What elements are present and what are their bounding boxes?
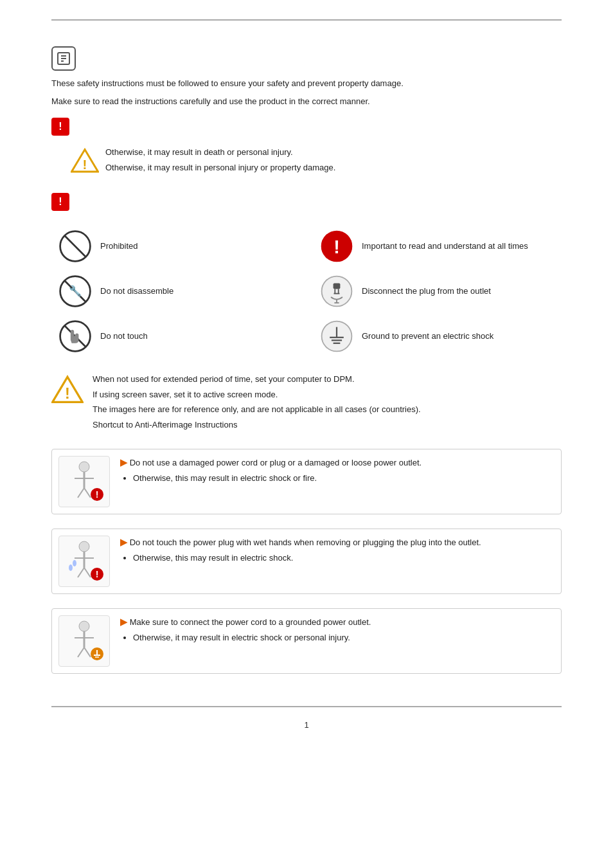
svg-point-41 — [73, 560, 76, 566]
power-section: ! ▶ Do not use a damaged power cord or p… — [51, 449, 562, 674]
caution-section: ! When not used for extended period of t… — [51, 373, 562, 433]
orange-arrow-3: ▶ — [120, 617, 127, 627]
power-item-damaged-cord: ! ▶ Do not use a damaged power cord or p… — [51, 449, 562, 514]
intro-line1: These safety instructions must be follow… — [51, 77, 562, 90]
symbols-section: Prohibited ! Important to read and under… — [51, 229, 562, 354]
svg-rect-14 — [333, 283, 341, 289]
note-icon — [51, 46, 76, 71]
power-heading-3: ▶ Make sure to connect the power cord to… — [120, 615, 555, 629]
symbol-disconnect: Disconnect the plug from the outlet — [319, 274, 562, 309]
caution-block: ! When not used for extended period of t… — [51, 373, 562, 433]
warning-triangle-icon: ! — [71, 146, 99, 174]
page: These safety instructions must be follow… — [0, 0, 613, 755]
power-text-2: ▶ Do not touch the power plug with wet h… — [120, 536, 555, 565]
svg-line-40 — [84, 568, 91, 577]
important-label: Important to read and understand at all … — [362, 240, 528, 252]
orange-arrow-1: ▶ — [120, 457, 127, 467]
power-bullet-3: Otherwise, it may result in electric sho… — [133, 631, 555, 644]
intro-section: These safety instructions must be follow… — [51, 77, 562, 107]
caution-line-3: The images here are for reference only, … — [93, 403, 421, 416]
svg-point-42 — [69, 565, 73, 571]
exclamation-icon-2: ! — [51, 193, 69, 211]
caution-triangle-icon: ! — [51, 373, 84, 405]
important-icon: ! — [319, 229, 354, 264]
warning-section: ! Otherwise, it may result in death or p… — [71, 146, 562, 176]
power-illustration-3 — [58, 615, 110, 667]
svg-text:!: ! — [83, 157, 87, 172]
disconnect-icon — [319, 274, 354, 309]
exclamation-icon-1: ! — [51, 118, 69, 136]
svg-line-39 — [78, 568, 84, 577]
svg-point-36 — [79, 541, 89, 552]
power-illustration-1: ! — [58, 456, 110, 507]
prohibited-label: Prohibited — [100, 240, 138, 252]
symbol-ground: Ground to prevent an electric shock — [319, 319, 562, 354]
power-heading-2: ▶ Do not touch the power plug with wet h… — [120, 536, 555, 549]
symbol-prohibited: Prohibited — [58, 229, 300, 264]
no-touch-label: Do not touch — [100, 330, 148, 342]
intro-line2: Make sure to read the instructions caref… — [51, 95, 562, 108]
symbol-no-touch: Do not touch — [58, 319, 300, 354]
top-border — [51, 19, 562, 21]
caution-line-4: Shortcut to Anti-Afterimage Instructions — [93, 419, 421, 431]
power-text-3: ▶ Make sure to connect the power cord to… — [120, 615, 555, 644]
no-disassemble-icon: 🔧 — [58, 274, 93, 309]
warning-line-1: Otherwise, it may result in death or per… — [105, 146, 335, 159]
disconnect-label: Disconnect the plug from the outlet — [362, 285, 491, 297]
svg-point-29 — [79, 462, 89, 472]
prohibited-icon — [58, 229, 93, 264]
symbols-grid: Prohibited ! Important to read and under… — [58, 229, 562, 354]
warning-texts: Otherwise, it may result in death or per… — [105, 146, 335, 176]
power-item-wet-hands: ! ▶ Do not touch the power plug with wet… — [51, 529, 562, 594]
symbol-no-disassemble: 🔧 Do not disassemble — [58, 274, 300, 309]
warning-line-2: Otherwise, it may result in personal inj… — [105, 161, 335, 174]
power-bullet-1: Otherwise, this may result in electric s… — [133, 472, 555, 485]
power-text-1: ▶ Do not use a damaged power cord or plu… — [120, 456, 555, 485]
svg-text:!: ! — [333, 237, 340, 257]
caution-texts: When not used for extended period of tim… — [93, 373, 421, 433]
no-touch-icon — [58, 319, 93, 354]
caution-line-2: If using screen saver, set it to active … — [93, 388, 421, 401]
bottom-border — [51, 693, 562, 707]
svg-text:!: ! — [65, 385, 70, 402]
power-bullet-2: Otherwise, this may result in electric s… — [133, 552, 555, 565]
no-disassemble-label: Do not disassemble — [100, 285, 173, 297]
orange-arrow-2: ▶ — [120, 537, 127, 547]
svg-text:!: ! — [96, 569, 99, 579]
ground-label: Ground to prevent an electric shock — [362, 330, 493, 342]
svg-text:!: ! — [96, 489, 99, 500]
page-number: 1 — [51, 720, 562, 730]
symbol-important: ! Important to read and understand at al… — [319, 229, 562, 264]
power-item-grounded: ▶ Make sure to connect the power cord to… — [51, 608, 562, 674]
ground-icon — [319, 319, 354, 354]
power-heading-1: ▶ Do not use a damaged power cord or plu… — [120, 456, 555, 469]
svg-text:🔧: 🔧 — [69, 284, 82, 298]
power-illustration-2: ! — [58, 536, 110, 587]
caution-line-1: When not used for extended period of tim… — [93, 373, 421, 386]
svg-line-33 — [84, 488, 91, 498]
svg-line-48 — [78, 647, 84, 657]
svg-line-32 — [78, 488, 84, 498]
svg-line-49 — [84, 647, 91, 657]
svg-point-45 — [79, 621, 89, 631]
